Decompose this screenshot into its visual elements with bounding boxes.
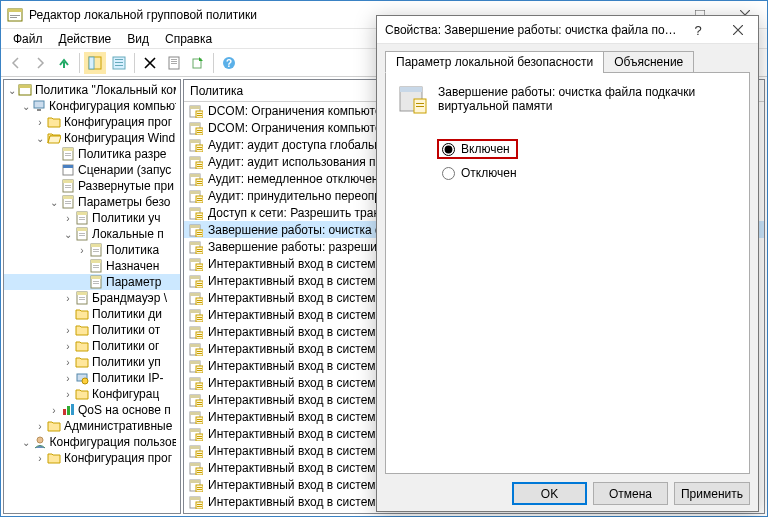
svg-rect-114 [196,264,203,271]
up-button[interactable] [53,52,75,74]
tree-twisty[interactable]: ⌄ [20,437,32,448]
tree-node-user_software[interactable]: ›Конфигурация прог [4,450,180,466]
tree-node-advanced_audit[interactable]: ›Конфигурац [4,386,180,402]
list-item-label: Интерактивный вход в систему: т [208,478,394,492]
tree-node-qos[interactable]: ›QoS на основе п [4,402,180,418]
tree-twisty[interactable]: › [62,373,74,384]
properties-button[interactable] [163,52,185,74]
tree-twisty[interactable]: › [62,325,74,336]
tree-node-admin_templates[interactable]: ›Административные [4,418,180,434]
radio-disabled[interactable] [442,167,455,180]
tree-twisty[interactable]: › [62,357,74,368]
svg-rect-129 [196,315,203,322]
dialog-help-button[interactable]: ? [678,16,718,44]
tree-node-software_restrict[interactable]: ›Политики ог [4,338,180,354]
tree-node-local_policies[interactable]: ⌄Локальные п [4,226,180,242]
svg-rect-125 [197,300,202,301]
tree-twisty[interactable]: ⌄ [20,101,32,112]
svg-rect-48 [93,251,99,252]
tree-node-user_config[interactable]: ⌄Конфигурация пользов [4,434,180,450]
svg-rect-93 [190,191,200,194]
list-item-label: Завершение работы: разрешить [208,240,389,254]
svg-rect-171 [197,455,202,456]
tree-twisty[interactable]: ⌄ [34,133,46,144]
tree-node-root[interactable]: ⌄Политика "Локальный ком [4,82,180,98]
ok-button[interactable]: OK [512,482,587,505]
tree-node-appcontrol[interactable]: ›Политики уп [4,354,180,370]
svg-rect-169 [196,451,203,458]
tree-twisty[interactable]: › [62,293,74,304]
tree-node-user_rights[interactable]: Назначен [4,258,180,274]
svg-rect-109 [196,247,203,254]
tree-twisty[interactable]: › [62,213,74,224]
tab-explain[interactable]: Объяснение [603,51,694,73]
tree-twisty[interactable]: › [34,453,46,464]
tree-node-security_options[interactable]: Параметр [4,274,180,290]
svg-rect-2 [10,15,20,16]
menu-file[interactable]: Файл [5,30,51,48]
apply-button[interactable]: Применить [674,482,750,505]
tree-twisty[interactable]: ⌄ [48,197,60,208]
show-tree-button[interactable] [84,52,106,74]
policy-item-icon [188,205,204,221]
svg-rect-148 [190,378,200,381]
policy-item-icon [188,307,204,323]
tree-node-network_list[interactable]: Политики ди [4,306,180,322]
menu-view[interactable]: Вид [119,30,157,48]
export-button[interactable] [187,52,209,74]
radio-enabled[interactable] [442,143,455,156]
tree-node-firewall[interactable]: ›Брандмауэр \ [4,290,180,306]
tree-node-account_policies[interactable]: ›Политики уч [4,210,180,226]
menu-action[interactable]: Действие [51,30,120,48]
svg-text:?: ? [226,58,232,69]
svg-rect-60 [79,299,85,300]
tree-node-audit_policy[interactable]: ›Политика [4,242,180,258]
list-item-label: Аудит: принудительно переопр [208,189,381,203]
tree-twisty[interactable]: › [34,421,46,432]
svg-rect-115 [197,266,202,267]
tree-twisty[interactable]: › [34,117,46,128]
svg-rect-88 [190,174,200,177]
menu-help[interactable]: Справка [157,30,220,48]
back-button[interactable] [5,52,27,74]
tree-node-computer_config[interactable]: ⌄Конфигурация компьют [4,98,180,114]
cancel-button[interactable]: Отмена [593,482,668,505]
tree-twisty[interactable]: ⌄ [6,85,18,96]
radio-disabled-row[interactable]: Отключен [440,163,739,183]
tree-twisty[interactable]: › [76,245,88,256]
delete-button[interactable] [139,52,161,74]
tree-twisty[interactable]: › [62,341,74,352]
tree-twisty[interactable]: › [48,405,60,416]
svg-rect-8 [89,57,94,69]
svg-rect-180 [197,487,202,488]
svg-rect-58 [77,292,87,295]
svg-rect-96 [197,200,202,201]
tree-twisty[interactable]: ⌄ [62,229,74,240]
tree-node-software_config[interactable]: ›Конфигурация прог [4,114,180,130]
dialog-close-button[interactable] [718,16,758,44]
svg-point-66 [37,437,43,443]
tree-node-name_resolution[interactable]: Политика разре [4,146,180,162]
tree-node-scripts[interactable]: Сценарии (запус [4,162,180,178]
tree-node-ipsec[interactable]: ›Политики IP- [4,370,180,386]
forward-button[interactable] [29,52,51,74]
tree-node-windows_config[interactable]: ⌄Конфигурация Wind [4,130,180,146]
svg-rect-74 [196,128,203,135]
tree-node-label: Конфигурация прог [64,115,172,129]
tree-twisty[interactable]: › [62,389,74,400]
tree-node-public_key[interactable]: ›Политики от [4,322,180,338]
show-list-button[interactable] [108,52,130,74]
svg-rect-16 [171,63,177,64]
tree-node-label: Конфигурация Wind [64,131,175,145]
tree-node-label: Административные [64,419,172,433]
tree-node-label: Сценарии (запус [78,163,171,177]
tree-node-security_settings[interactable]: ⌄Параметры безо [4,194,180,210]
tab-security-setting[interactable]: Параметр локальной безопасности [385,51,604,73]
help-button[interactable]: ? [218,52,240,74]
radio-enabled-row[interactable]: Включен [437,139,518,159]
svg-rect-86 [197,166,202,167]
svg-rect-65 [71,404,74,415]
svg-rect-113 [190,259,200,262]
tree-node-deployed_printers[interactable]: Развернутые при [4,178,180,194]
list-item-label: Интерактивный вход в систему: з [208,274,394,288]
